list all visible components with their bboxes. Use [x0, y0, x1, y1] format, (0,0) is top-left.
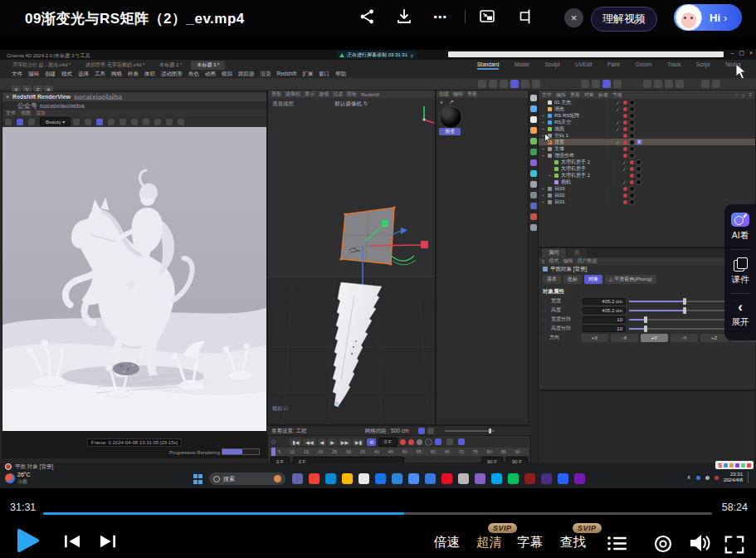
menu-item[interactable]: 体积 [144, 71, 155, 78]
attribute-category-tab[interactable]: △ 平滑着色(Phong) [605, 275, 656, 284]
material-tag-icon[interactable] [623, 100, 627, 105]
playhead[interactable] [271, 448, 276, 456]
material-tag-icon[interactable] [629, 186, 635, 192]
material-tag-icon[interactable] [629, 113, 635, 119]
menu-item[interactable]: 样条 [128, 71, 139, 78]
taskbar-app-icon[interactable] [541, 473, 552, 484]
material-tag-icon[interactable] [629, 120, 635, 125]
attribute-tabs[interactable]: 属性 层 [539, 248, 755, 257]
direction-button[interactable]: +X [581, 334, 608, 342]
share-button[interactable] [358, 7, 377, 26]
keyframe-selection-button[interactable] [446, 438, 453, 445]
direction-button[interactable]: +Y [641, 334, 668, 342]
enabled-check-icon[interactable]: ✓ [616, 100, 623, 105]
transport-button[interactable]: ▶▮ [353, 438, 364, 446]
show-desktop-button[interactable] [748, 472, 751, 483]
taskbar-system-tray[interactable]: ∧ 23:31 2024/4/8 [687, 472, 751, 483]
viewport-menubar[interactable]: 查看摄像机显示选项过滤面板Redshift [268, 91, 435, 98]
menu-item[interactable]: 编辑 [28, 71, 39, 78]
recorder-mini-toolbar[interactable]: S [715, 461, 754, 469]
material-menubar[interactable]: 创建编辑查看 [437, 91, 528, 98]
layout-tab[interactable]: Groom [636, 61, 652, 70]
material-tool-button[interactable]: + [440, 100, 443, 105]
menu-item[interactable]: 创建 [45, 71, 56, 78]
cast-button[interactable] [516, 7, 534, 26]
material-tag-icon[interactable] [630, 160, 634, 164]
courseware-icon[interactable] [734, 257, 747, 271]
progress-bar[interactable] [43, 512, 712, 515]
window-button[interactable]: – [730, 50, 734, 56]
video-frame[interactable]: Cinema 4D 2024.2.0 [未标题 3 *] 工具 正在进行屏幕录制… [0, 50, 756, 488]
attribute-slider[interactable] [629, 328, 737, 330]
previous-video-button[interactable] [63, 534, 81, 549]
expand-icon[interactable]: + [549, 173, 554, 178]
attribute-mode-item[interactable]: 模式 [549, 257, 559, 265]
menu-item[interactable]: 角色 [188, 71, 199, 78]
direction-button[interactable]: -Y [671, 334, 698, 342]
mode-tool-icon[interactable] [530, 149, 537, 155]
material-menu-item[interactable]: 查看 [467, 91, 477, 98]
enabled-check-icon[interactable]: ✓ [616, 140, 623, 145]
layout-tab[interactable]: Script [696, 61, 710, 70]
document-tab[interactable]: 虚拟世界-元宇宙舞蹈.c4d * [80, 61, 150, 70]
object-manager-tool-icon[interactable]: ☆ [741, 92, 745, 98]
loop-button[interactable]: ⟲ [367, 438, 376, 446]
menu-item[interactable]: Redshift [277, 71, 297, 78]
viewport-menu-item[interactable]: 摄像机 [285, 91, 300, 98]
record-rotation-button[interactable] [417, 439, 422, 445]
expand-icon[interactable]: + [542, 153, 548, 158]
layout-tab[interactable]: Sculpt [544, 61, 559, 70]
menu-item[interactable]: 扩展 [302, 71, 313, 78]
expand-icon[interactable]: + [542, 133, 548, 138]
layout-tab[interactable]: Standard [477, 61, 499, 70]
material-tag-icon[interactable] [630, 174, 634, 178]
material-tag-icon[interactable] [623, 200, 627, 204]
quality-button[interactable]: 超清 [476, 534, 502, 551]
expand-icon[interactable]: + [542, 146, 548, 151]
material-tag-icon[interactable] [629, 140, 635, 145]
material-tag-icon[interactable] [630, 167, 634, 171]
direction-button[interactable]: -X [611, 334, 638, 342]
timeline-panel[interactable]: ◇ ▮◀◀◀◀▶▶▶▶▮ ⟲ 0 F 510152025303540455055… [267, 435, 531, 463]
enabled-check-icon[interactable]: ✓ [616, 106, 623, 112]
taskbar-app-icon[interactable] [342, 473, 353, 484]
menu-item[interactable]: 文件 [12, 71, 22, 78]
attribute-slider[interactable] [629, 310, 737, 311]
mode-tool-icon[interactable] [530, 192, 537, 198]
attribute-manager-panel[interactable]: 属性 层 ≡ 模式编辑用户数据 ‹ › 平面对象 [背景] 基本坐标对象△ 平滑… [538, 247, 756, 390]
enabled-check-icon[interactable]: ✓ [622, 179, 630, 185]
viewport-menu-item[interactable]: 过滤 [333, 91, 343, 98]
layout-tab[interactable]: Model [515, 61, 529, 70]
taskbar-app-icon[interactable] [392, 473, 402, 484]
viewport-panel[interactable]: 查看摄像机显示选项过滤面板Redshift [267, 90, 436, 425]
menu-item[interactable]: 选择 [78, 71, 89, 78]
taskbar-weather-widget[interactable]: 26°C 小雨 [5, 472, 31, 485]
toolbar-icon-group-render[interactable] [478, 80, 543, 88]
taskbar-search[interactable]: 搜索 [209, 472, 285, 485]
taskbar-app-icon[interactable] [425, 473, 436, 484]
material-tag-icon[interactable] [629, 106, 635, 112]
mode-tool-strip[interactable] [529, 90, 538, 425]
attribute-value-field[interactable]: 405.2 cm [583, 307, 626, 314]
viewport-menu-item[interactable]: 显示 [305, 91, 315, 98]
autokey-button[interactable] [435, 438, 441, 445]
object-manager-menu-item[interactable]: 查看 [570, 91, 580, 99]
menu-item[interactable]: 帮助 [335, 71, 346, 78]
next-video-button[interactable] [99, 534, 117, 549]
attribute-value-field[interactable]: 10 [583, 326, 626, 332]
material-tag-icon[interactable] [623, 193, 627, 198]
mode-tool-icon[interactable] [530, 116, 537, 123]
enabled-check-icon[interactable]: ✓ [622, 166, 630, 172]
taskbar-app-icon[interactable] [524, 473, 535, 484]
tab-attributes[interactable]: 属性 [542, 248, 566, 257]
mode-tool-icon[interactable] [530, 213, 537, 220]
current-frame-field[interactable]: 0 F [378, 438, 398, 447]
material-tag-icon[interactable] [629, 146, 635, 152]
c4d-layout-tabs[interactable]: StandardModelSculptUVEditPaintGroomTrack… [477, 61, 741, 70]
taskbar-app-icon[interactable] [292, 473, 303, 484]
c4d-document-tabs[interactable]: 浮萍联合社 起...混沌.c4d *虚拟世界-元宇宙舞蹈.c4d *未标题 2 … [7, 61, 225, 70]
material-tag-icon[interactable] [629, 100, 635, 105]
taskbar-clock[interactable]: 23:31 2024/4/8 [724, 472, 743, 483]
toolbar-icon-group-extra[interactable] [701, 80, 723, 88]
tab-layers[interactable]: 层 [568, 248, 587, 257]
